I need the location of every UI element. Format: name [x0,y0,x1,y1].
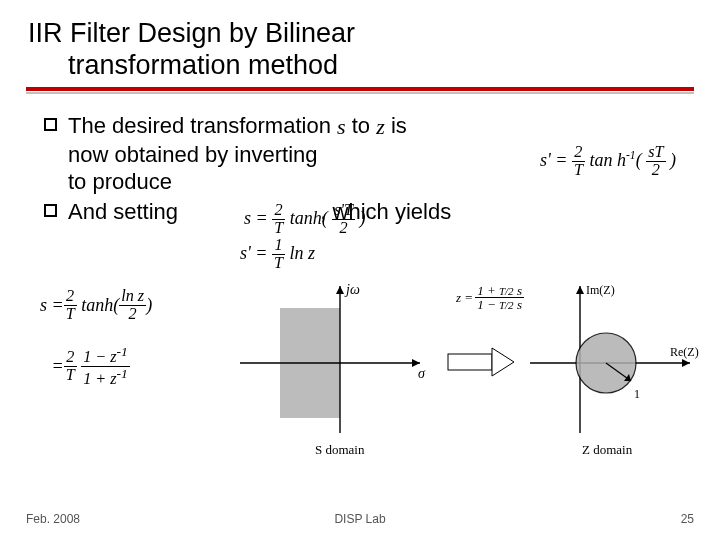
b1-text3: to produce [68,169,172,194]
label-jw: jω [344,282,360,297]
diagrams-svg: jω σ S domain z = 1 + T/2 s 1 − T/2 s [230,278,700,468]
svg-marker-8 [682,359,690,367]
label-z-domain: Z domain [582,442,633,457]
formula-produce: s = 2T tanh( s'T2 ) [244,202,365,237]
b1-text1: The desired transformation [68,113,337,138]
title-line2: transformation method [28,50,338,80]
title-line1: IIR Filter Design by Bilinear [28,18,355,48]
label-imz: Im(Z) [586,283,615,297]
domain-diagrams: jω σ S domain z = 1 + T/2 s 1 − T/2 s [230,278,700,468]
b1-text2: now obtained by inverting [68,142,318,167]
footer-lab: DISP Lab [334,512,385,526]
formula-setting: s' = 1T ln z [240,237,315,272]
footer-page: 25 [681,512,694,526]
formula-invert: s' = 2T tan h-1( sT2 ) [540,144,676,179]
formula-left1: s = 2T tanh( ln z2 ) [40,288,152,323]
label-s-domain: S domain [315,442,365,457]
bullet-2: And setting , which yields [44,198,694,226]
footer: Feb. 2008 DISP Lab 25 [26,512,694,526]
title-underline [26,87,694,94]
formula-left2: s = 2T 1 − z-11 + z-1 [40,345,152,389]
svg-marker-10 [576,286,584,294]
svg-marker-6 [492,348,514,376]
label-rez: Re(Z) [670,345,699,359]
footer-date: Feb. 2008 [26,512,80,526]
label-one: 1 [634,387,640,401]
b1-z: z [376,113,385,141]
bullet-square-icon [44,204,57,217]
b1-to: to [352,113,376,138]
label-sigma: σ [418,366,426,381]
b1-s: s [337,113,346,141]
svg-marker-4 [336,286,344,294]
b1-is: is [391,113,407,138]
b2-text1: And setting [68,199,178,224]
left-formulas: s = 2T tanh( ln z2 ) s = 2T 1 − z-11 + z… [40,288,152,411]
bullet-square-icon [44,118,57,131]
slide-title: IIR Filter Design by Bilinear transforma… [26,18,694,94]
svg-rect-5 [448,354,492,370]
